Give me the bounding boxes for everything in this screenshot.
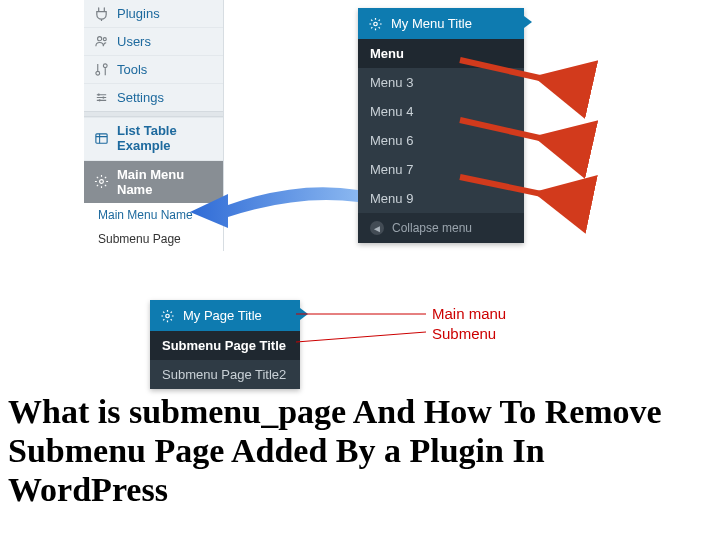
flyout-header[interactable]: My Page Title: [150, 300, 300, 331]
gear-icon: [94, 174, 109, 189]
sidebar-item-settings[interactable]: Settings: [84, 83, 223, 111]
sidebar-label: Settings: [117, 90, 164, 105]
flyout-row-label: Menu 6: [370, 133, 413, 148]
sidebar-item-plugins[interactable]: Plugins: [84, 0, 223, 27]
flyout-row-label: Menu: [370, 46, 404, 61]
flyout-row[interactable]: Menu 3: [358, 68, 524, 97]
flyout-row-label: Menu 9: [370, 191, 413, 206]
svg-point-2: [98, 94, 100, 96]
sidebar-item-tools[interactable]: Tools: [84, 55, 223, 83]
flyout-header[interactable]: My Menu Title: [358, 8, 524, 39]
collapse-menu[interactable]: ◄ Collapse menu: [358, 213, 524, 243]
svg-point-0: [98, 37, 102, 41]
svg-point-7: [374, 22, 378, 26]
sidebar-label: Main Menu Name: [117, 167, 213, 197]
annotation-label-main: Main manu: [432, 305, 506, 322]
flyout-row-label: Submenu Page Title: [162, 338, 286, 353]
flyout-title: My Page Title: [183, 308, 262, 323]
gear-icon: [160, 309, 175, 323]
svg-point-4: [99, 99, 101, 101]
wp-dark-flyout-menu-2: My Page Title Submenu Page Title Submenu…: [150, 300, 300, 389]
flyout-row[interactable]: Submenu Page Title: [150, 331, 300, 360]
sidebar-label: Users: [117, 34, 151, 49]
collapse-icon: ◄: [370, 221, 384, 235]
submenu-item-main-menu-name[interactable]: Main Menu Name: [84, 203, 223, 227]
wp-admin-sidebar-light: Plugins Users Tools Settings List Table …: [84, 0, 224, 251]
submenu-item-submenu-page[interactable]: Submenu Page: [84, 227, 223, 251]
gear-icon: [368, 17, 383, 31]
plugins-icon: [94, 6, 109, 21]
sidebar-item-users[interactable]: Users: [84, 27, 223, 55]
flyout-title: My Menu Title: [391, 16, 472, 31]
svg-point-11: [166, 314, 170, 318]
flyout-row[interactable]: Menu 6: [358, 126, 524, 155]
page-title: What is submenu_page And How To Remove S…: [8, 392, 708, 509]
annotation-label-submenu: Submenu: [432, 325, 496, 342]
flyout-row-label: Submenu Page Title2: [162, 367, 286, 382]
annotation-red-connectors: [296, 300, 436, 380]
submenu-label: Submenu Page: [98, 232, 181, 246]
svg-point-1: [103, 38, 106, 41]
collapse-label: Collapse menu: [392, 221, 472, 235]
flyout-row-label: Menu 3: [370, 75, 413, 90]
flyout-row[interactable]: Menu 7: [358, 155, 524, 184]
svg-point-3: [102, 96, 104, 98]
tools-icon: [94, 62, 109, 77]
sidebar-item-main-menu-name[interactable]: Main Menu Name: [84, 160, 223, 203]
flyout-row[interactable]: Menu 4: [358, 97, 524, 126]
sidebar-label: Tools: [117, 62, 147, 77]
settings-icon: [94, 90, 109, 105]
flyout-row-label: Menu 4: [370, 104, 413, 119]
flyout-row[interactable]: Menu 9: [358, 184, 524, 213]
sidebar-label: List Table Example: [117, 124, 213, 154]
wp-dark-flyout-menu-1: My Menu Title Menu Menu 3 Menu 4 Menu 6 …: [358, 8, 524, 243]
flyout-row[interactable]: Submenu Page Title2: [150, 360, 300, 389]
svg-line-13: [296, 332, 426, 342]
svg-rect-5: [96, 134, 107, 143]
svg-point-6: [100, 180, 104, 184]
sidebar-label: Plugins: [117, 6, 160, 21]
submenu-label: Main Menu Name: [98, 208, 193, 222]
flyout-row-label: Menu 7: [370, 162, 413, 177]
users-icon: [94, 34, 109, 49]
list-icon: [94, 131, 109, 146]
flyout-row[interactable]: Menu: [358, 39, 524, 68]
sidebar-item-list-table-example[interactable]: List Table Example: [84, 117, 223, 160]
